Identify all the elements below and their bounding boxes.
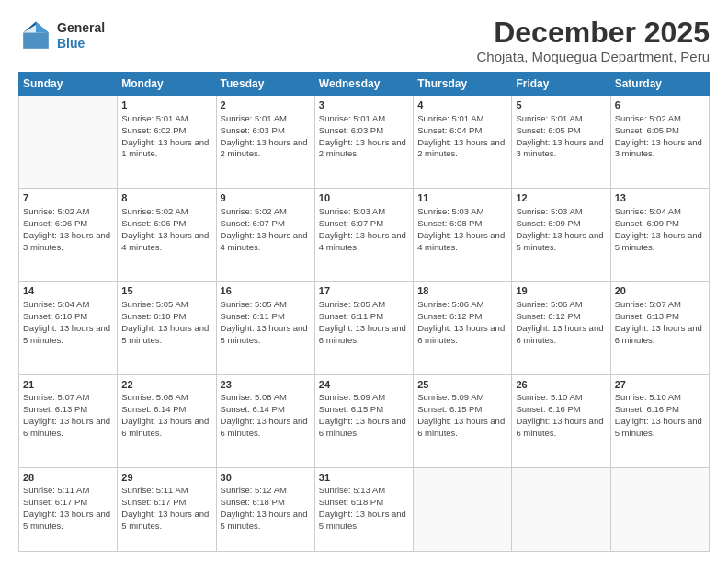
calendar-day-cell: 29Sunrise: 5:11 AMSunset: 6:17 PMDayligh… [118,467,216,551]
day-info: Sunrise: 5:01 AMSunset: 6:05 PMDaylight:… [516,113,606,160]
logo-general: General [57,20,105,35]
subtitle: Chojata, Moquegua Department, Peru [477,49,710,64]
day-number: 18 [417,284,507,298]
week-row: 14Sunrise: 5:04 AMSunset: 6:10 PMDayligh… [19,282,710,374]
calendar-day-cell: 19Sunrise: 5:06 AMSunset: 6:12 PMDayligh… [512,282,610,374]
calendar-day-cell [512,467,610,551]
calendar-day-cell: 21Sunrise: 5:07 AMSunset: 6:13 PMDayligh… [19,374,118,467]
week-row: 7Sunrise: 5:02 AMSunset: 6:06 PMDaylight… [19,189,710,282]
calendar-day-header: Thursday [414,73,512,96]
calendar-day-cell [414,467,512,551]
calendar-day-cell: 12Sunrise: 5:03 AMSunset: 6:09 PMDayligh… [512,189,610,282]
day-info: Sunrise: 5:02 AMSunset: 6:05 PMDaylight:… [615,113,705,160]
day-number: 23 [221,378,311,392]
day-info: Sunrise: 5:11 AMSunset: 6:17 PMDaylight:… [23,485,113,532]
day-info: Sunrise: 5:03 AMSunset: 6:09 PMDaylight:… [516,206,606,253]
day-info: Sunrise: 5:02 AMSunset: 6:06 PMDaylight:… [23,206,113,253]
month-title: December 2025 [477,17,710,49]
day-number: 14 [23,284,113,298]
day-number: 1 [121,98,211,112]
calendar-day-cell: 23Sunrise: 5:08 AMSunset: 6:14 PMDayligh… [216,374,314,467]
svg-rect-3 [23,33,49,49]
day-number: 3 [319,98,409,112]
calendar-day-cell: 30Sunrise: 5:12 AMSunset: 6:18 PMDayligh… [216,467,314,551]
calendar-day-cell: 14Sunrise: 5:04 AMSunset: 6:10 PMDayligh… [19,282,118,374]
day-number: 17 [319,284,409,298]
day-info: Sunrise: 5:01 AMSunset: 6:03 PMDaylight:… [221,113,311,160]
logo: General Blue [18,18,105,53]
day-info: Sunrise: 5:02 AMSunset: 6:06 PMDaylight:… [121,206,211,253]
calendar-day-cell: 22Sunrise: 5:08 AMSunset: 6:14 PMDayligh… [118,374,216,467]
calendar-header-row: SundayMondayTuesdayWednesdayThursdayFrid… [19,73,710,96]
day-info: Sunrise: 5:05 AMSunset: 6:11 PMDaylight:… [221,299,311,346]
calendar-day-cell: 3Sunrise: 5:01 AMSunset: 6:03 PMDaylight… [314,96,413,189]
day-info: Sunrise: 5:09 AMSunset: 6:15 PMDaylight:… [417,392,507,439]
day-number: 19 [516,284,606,298]
day-number: 24 [319,378,409,392]
calendar-day-cell: 6Sunrise: 5:02 AMSunset: 6:05 PMDaylight… [610,96,709,189]
day-info: Sunrise: 5:06 AMSunset: 6:12 PMDaylight:… [516,299,606,346]
svg-marker-4 [36,21,49,32]
day-number: 28 [23,471,113,485]
day-info: Sunrise: 5:11 AMSunset: 6:17 PMDaylight:… [121,485,211,532]
calendar-day-cell: 2Sunrise: 5:01 AMSunset: 6:03 PMDaylight… [216,96,314,189]
day-number: 11 [417,191,507,205]
day-number: 9 [221,191,311,205]
calendar-day-cell: 25Sunrise: 5:09 AMSunset: 6:15 PMDayligh… [414,374,512,467]
calendar-day-cell: 8Sunrise: 5:02 AMSunset: 6:06 PMDaylight… [118,189,216,282]
day-info: Sunrise: 5:13 AMSunset: 6:18 PMDaylight:… [319,485,409,532]
calendar-day-cell: 13Sunrise: 5:04 AMSunset: 6:09 PMDayligh… [610,189,709,282]
calendar-day-header: Tuesday [216,73,314,96]
calendar-day-cell: 28Sunrise: 5:11 AMSunset: 6:17 PMDayligh… [19,467,118,551]
day-number: 25 [417,378,507,392]
calendar-day-cell: 16Sunrise: 5:05 AMSunset: 6:11 PMDayligh… [216,282,314,374]
day-info: Sunrise: 5:05 AMSunset: 6:10 PMDaylight:… [121,299,211,346]
logo-icon [18,18,53,53]
day-number: 7 [23,191,113,205]
day-info: Sunrise: 5:08 AMSunset: 6:14 PMDaylight:… [121,392,211,439]
week-row: 21Sunrise: 5:07 AMSunset: 6:13 PMDayligh… [19,374,710,467]
calendar-day-header: Saturday [610,73,709,96]
calendar-day-cell: 24Sunrise: 5:09 AMSunset: 6:15 PMDayligh… [314,374,413,467]
calendar-day-cell: 10Sunrise: 5:03 AMSunset: 6:07 PMDayligh… [314,189,413,282]
calendar-day-cell: 27Sunrise: 5:10 AMSunset: 6:16 PMDayligh… [610,374,709,467]
day-info: Sunrise: 5:05 AMSunset: 6:11 PMDaylight:… [319,299,409,346]
day-number: 12 [516,191,606,205]
day-info: Sunrise: 5:07 AMSunset: 6:13 PMDaylight:… [615,299,705,346]
day-number: 20 [615,284,705,298]
day-number: 16 [221,284,311,298]
calendar-day-header: Wednesday [314,73,413,96]
day-info: Sunrise: 5:12 AMSunset: 6:18 PMDaylight:… [221,485,311,532]
calendar-day-cell: 15Sunrise: 5:05 AMSunset: 6:10 PMDayligh… [118,282,216,374]
day-number: 10 [319,191,409,205]
calendar-day-cell: 20Sunrise: 5:07 AMSunset: 6:13 PMDayligh… [610,282,709,374]
calendar-day-header: Monday [118,73,216,96]
calendar-day-cell [610,467,709,551]
day-info: Sunrise: 5:01 AMSunset: 6:02 PMDaylight:… [121,113,211,160]
day-info: Sunrise: 5:10 AMSunset: 6:16 PMDaylight:… [516,392,606,439]
calendar-day-cell [19,96,118,189]
day-number: 21 [23,378,113,392]
day-info: Sunrise: 5:04 AMSunset: 6:09 PMDaylight:… [615,206,705,253]
calendar-day-header: Friday [512,73,610,96]
day-info: Sunrise: 5:02 AMSunset: 6:07 PMDaylight:… [221,206,311,253]
day-info: Sunrise: 5:07 AMSunset: 6:13 PMDaylight:… [23,392,113,439]
day-info: Sunrise: 5:04 AMSunset: 6:10 PMDaylight:… [23,299,113,346]
day-info: Sunrise: 5:01 AMSunset: 6:04 PMDaylight:… [417,113,507,160]
header: General Blue December 2025 Chojata, Moqu… [18,17,710,64]
calendar-day-header: Sunday [19,73,118,96]
title-block: December 2025 Chojata, Moquegua Departme… [477,17,710,64]
page: General Blue December 2025 Chojata, Moqu… [0,0,728,563]
day-info: Sunrise: 5:03 AMSunset: 6:08 PMDaylight:… [417,206,507,253]
day-number: 29 [121,471,211,485]
day-info: Sunrise: 5:08 AMSunset: 6:14 PMDaylight:… [221,392,311,439]
calendar-day-cell: 7Sunrise: 5:02 AMSunset: 6:06 PMDaylight… [19,189,118,282]
calendar-day-cell: 5Sunrise: 5:01 AMSunset: 6:05 PMDaylight… [512,96,610,189]
day-info: Sunrise: 5:01 AMSunset: 6:03 PMDaylight:… [319,113,409,160]
calendar-day-cell: 11Sunrise: 5:03 AMSunset: 6:08 PMDayligh… [414,189,512,282]
calendar-day-cell: 26Sunrise: 5:10 AMSunset: 6:16 PMDayligh… [512,374,610,467]
day-number: 13 [615,191,705,205]
calendar-day-cell: 18Sunrise: 5:06 AMSunset: 6:12 PMDayligh… [414,282,512,374]
day-number: 27 [615,378,705,392]
day-number: 6 [615,98,705,112]
